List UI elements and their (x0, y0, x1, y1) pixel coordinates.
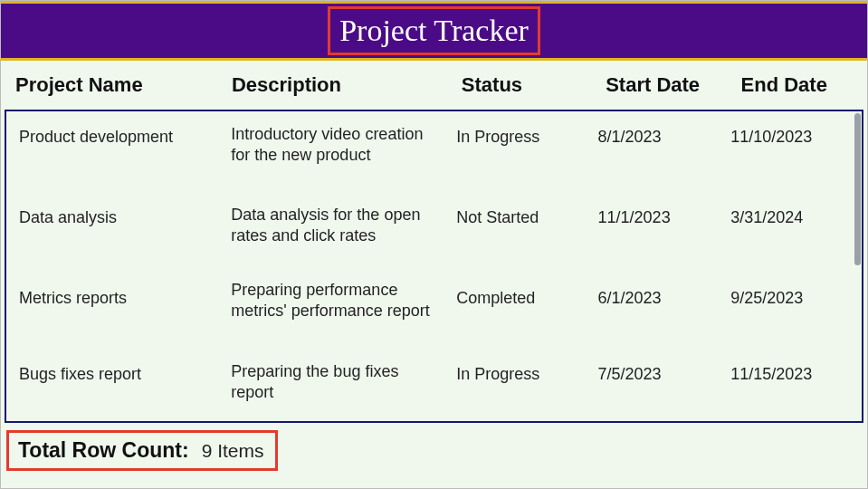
cell-end: 3/31/2024 (723, 205, 847, 249)
vertical-scrollbar[interactable] (853, 111, 862, 421)
cell-end: 9/25/2023 (723, 285, 847, 325)
footer: Total Row Count: 9 Items (1, 430, 867, 471)
scroll-thumb[interactable] (854, 113, 861, 265)
title-highlight-box: Project Tracker (328, 6, 540, 55)
cell-desc: Preparing performance metrics' performan… (224, 280, 449, 320)
cell-status: In Progress (449, 361, 590, 406)
col-header-desc: Description (224, 70, 454, 101)
title-bar: Project Tracker (1, 1, 867, 61)
cell-end: 11/15/2023 (723, 361, 847, 406)
cell-start: 11/1/2023 (591, 205, 724, 249)
cell-name: Data analysis (12, 205, 224, 249)
cell-name: Bugs fixes report (12, 361, 224, 406)
table-row[interactable]: Product development Introductory video c… (6, 115, 853, 196)
cell-end: 11/10/2023 (723, 124, 847, 168)
cell-desc: Introductory video creation for the new … (224, 124, 449, 168)
cell-start: 7/5/2023 (591, 361, 724, 406)
table-row[interactable]: Data analysis Data analysis for the open… (6, 196, 853, 276)
cell-desc: Preparing the bug fixes report (224, 361, 449, 406)
row-count-value: 9 Items (202, 440, 264, 462)
cell-status: Not Started (449, 205, 590, 249)
cell-start: 8/1/2023 (591, 124, 724, 168)
project-tracker-panel: Project Tracker Project Name Description… (0, 0, 868, 489)
col-header-start: Start Date (598, 70, 733, 101)
table-row[interactable]: Bugs fixes report Preparing the bug fixe… (6, 352, 853, 415)
cell-status: In Progress (449, 124, 590, 168)
page-title: Project Tracker (339, 14, 529, 48)
table-body-wrap: Product development Introductory video c… (5, 110, 863, 423)
col-header-end: End Date (734, 70, 860, 101)
row-count-box: Total Row Count: 9 Items (6, 430, 278, 471)
col-header-status: Status (454, 70, 598, 101)
table-header: Project Name Description Status Start Da… (1, 61, 867, 110)
cell-name: Product development (12, 124, 224, 168)
cell-name: Metrics reports (12, 285, 224, 325)
col-header-name: Project Name (8, 70, 224, 101)
cell-desc: Data analysis for the open rates and cli… (224, 205, 449, 249)
row-count-label: Total Row Count: (18, 438, 189, 463)
cell-start: 6/1/2023 (591, 285, 724, 325)
table-row[interactable]: Metrics reports Preparing performance me… (6, 276, 853, 352)
cell-status: Completed (449, 285, 590, 325)
table-body[interactable]: Product development Introductory video c… (6, 111, 853, 421)
